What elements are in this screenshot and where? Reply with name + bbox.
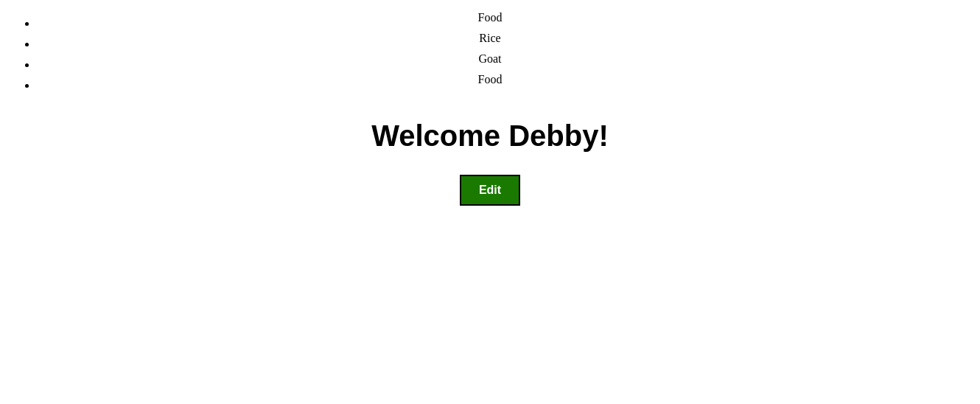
nav-item-food2: Food [478,69,503,90]
nav-item-food1: Food [478,7,503,28]
center-content: Food Rice Goat Food Welcome Debby! Edit [0,0,980,404]
welcome-heading: Welcome Debby! [371,119,609,153]
nav-list: Food Rice Goat Food [478,7,503,90]
nav-item-goat: Goat [478,49,503,69]
nav-item-rice: Rice [478,28,503,49]
edit-button[interactable]: Edit [460,175,520,206]
